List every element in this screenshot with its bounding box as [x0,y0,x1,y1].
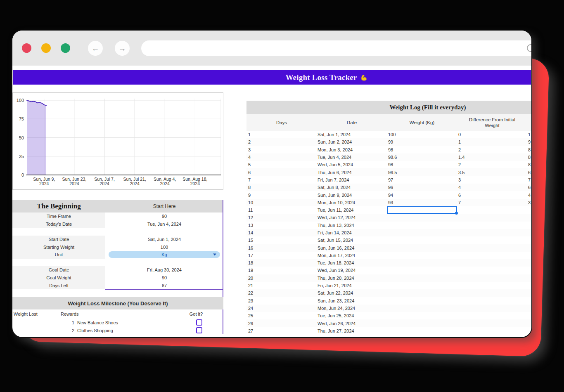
day-cell[interactable]: 4 [248,155,251,160]
day-cell[interactable]: 11 [248,208,253,213]
traffic-light-close-button[interactable] [22,43,31,53]
forward-button[interactable]: → [115,41,130,56]
date-cell[interactable]: Tue, Jun 4, 2024 [318,155,351,160]
difference-cell[interactable]: 2 [458,162,461,167]
date-cell[interactable]: Wed, Jun 19, 2024 [318,268,355,273]
day-cell[interactable]: 12 [248,215,253,220]
date-cell[interactable]: Wed, Jun 12, 2024 [318,215,355,220]
date-cell[interactable]: Thu, Jun 27, 2024 [318,328,354,333]
day-cell[interactable]: 6 [248,170,251,175]
day-cell[interactable]: 25 [248,313,253,318]
field-value-cell[interactable]: Fri, Aug 30, 2024 [105,266,223,274]
day-cell[interactable]: 3 [248,147,251,152]
clipped-extra-cell[interactable]: 4 [528,193,531,198]
day-cell[interactable]: 1 [248,132,251,137]
day-cell[interactable]: 15 [248,238,253,243]
day-cell[interactable]: 24 [248,306,253,311]
field-value-cell[interactable]: Kg [105,251,223,259]
field-value-cell[interactable]: 87 [105,281,223,289]
clipped-extra-cell[interactable]: 8 [528,162,531,167]
day-cell[interactable]: 23 [248,298,253,303]
day-cell[interactable]: 26 [248,321,253,326]
date-cell[interactable]: Wed, Jun 26, 2024 [318,321,355,326]
date-cell[interactable]: Mon, Jun 10, 2024 [318,200,355,205]
date-cell[interactable]: Mon, Jun 3, 2024 [318,147,353,152]
clipped-extra-cell[interactable]: 6 [528,185,531,190]
day-cell[interactable]: 10 [248,200,253,205]
date-cell[interactable]: Sat, Jun 8, 2024 [318,185,351,190]
date-cell[interactable]: Wed, Jun 5, 2024 [318,162,353,167]
day-cell[interactable]: 22 [248,290,253,295]
unit-dropdown[interactable]: Kg [109,251,220,258]
date-cell[interactable]: Tue, Jun 25, 2024 [318,313,354,318]
day-cell[interactable]: 16 [248,246,253,250]
clipped-extra-cell[interactable]: 8 [528,147,531,152]
difference-cell[interactable]: 2 [458,147,461,152]
date-cell[interactable]: Fri, Jun 21, 2024 [318,283,352,288]
got-it-checkbox[interactable] [196,327,202,333]
weight-cell[interactable]: 100 [388,132,396,137]
day-cell[interactable]: 7 [248,177,251,182]
clipped-extra-cell[interactable]: 6 [528,170,531,175]
date-cell[interactable]: Sun, Jun 23, 2024 [318,298,354,303]
day-cell[interactable]: 27 [248,328,253,333]
weight-cell[interactable]: 94 [388,193,393,198]
date-cell[interactable]: Sun, Jun 16, 2024 [318,246,354,250]
day-cell[interactable]: 13 [248,223,253,228]
weight-cell[interactable]: 98 [388,162,393,167]
milestone-reward-cell[interactable]: Clothes Shopping [77,328,113,333]
clipped-extra-cell[interactable]: 3 [528,200,531,205]
weight-cell[interactable]: 99 [388,139,393,144]
day-cell[interactable]: 20 [248,276,253,281]
weight-cell[interactable]: 98 [388,147,393,152]
got-it-checkbox[interactable] [196,319,202,326]
day-cell[interactable]: 14 [248,230,253,235]
date-cell[interactable]: Sat, Jun 22, 2024 [318,290,353,295]
date-cell[interactable]: Thu, Jun 13, 2024 [318,223,354,228]
date-cell[interactable]: Sun, Jun 2, 2024 [318,139,352,144]
url-input[interactable] [141,40,532,56]
weight-cell[interactable]: 96 [388,185,393,190]
difference-cell[interactable]: 1 [458,139,461,144]
weight-cell[interactable]: 96.5 [388,170,397,175]
selected-cell[interactable] [387,206,457,214]
day-cell[interactable]: 21 [248,283,253,288]
weight-cell[interactable]: 97 [388,177,393,182]
difference-cell[interactable]: 7 [458,200,461,205]
clipped-extra-cell[interactable]: 1 [528,132,531,137]
date-cell[interactable]: Sat, Jun 15, 2024 [318,238,353,243]
clipped-extra-cell[interactable]: 9 [528,139,531,144]
date-cell[interactable]: Mon, Jun 17, 2024 [318,253,355,258]
date-cell[interactable]: Thu, Jun 20, 2024 [318,276,354,281]
day-cell[interactable]: 2 [248,139,251,144]
weight-cell[interactable]: 93 [388,200,393,205]
field-value-cell[interactable]: 90 [105,213,223,220]
field-value-cell[interactable]: 90 [105,274,223,282]
field-value-cell[interactable]: Sat, Jun 1, 2024 [105,236,223,243]
day-cell[interactable]: 18 [248,260,253,265]
date-cell[interactable]: Sun, Jun 9, 2024 [318,193,352,198]
search-icon[interactable] [527,44,532,52]
day-cell[interactable]: 5 [248,162,251,167]
field-value-cell[interactable]: 100 [105,243,223,251]
weight-cell[interactable]: 98.6 [388,155,397,160]
date-cell[interactable]: Fri, Jun 14, 2024 [318,230,352,235]
difference-cell[interactable]: 3 [458,177,461,182]
milestone-reward-cell[interactable]: New Balance Shoes [77,320,118,325]
difference-cell[interactable]: 0 [458,132,461,137]
date-cell[interactable]: Thu, Jun 6, 2024 [318,170,352,175]
back-button[interactable]: ← [88,41,103,56]
day-cell[interactable]: 19 [248,268,253,273]
difference-cell[interactable]: 4 [458,185,461,190]
clipped-extra-cell[interactable]: 8 [528,155,531,160]
traffic-light-zoom-button[interactable] [61,43,70,53]
clipped-extra-cell[interactable]: 7 [528,177,531,182]
difference-cell[interactable]: 3.5 [458,170,464,175]
date-cell[interactable]: Tue, Jun 11, 2024 [318,208,353,213]
difference-cell[interactable]: 1.4 [458,155,464,160]
date-cell[interactable]: Tue, Jun 18, 2024 [318,260,354,265]
day-cell[interactable]: 9 [248,193,251,198]
date-cell[interactable]: Fri, Jun 7, 2024 [318,177,349,182]
traffic-light-minimize-button[interactable] [41,43,51,53]
day-cell[interactable]: 8 [248,185,251,190]
